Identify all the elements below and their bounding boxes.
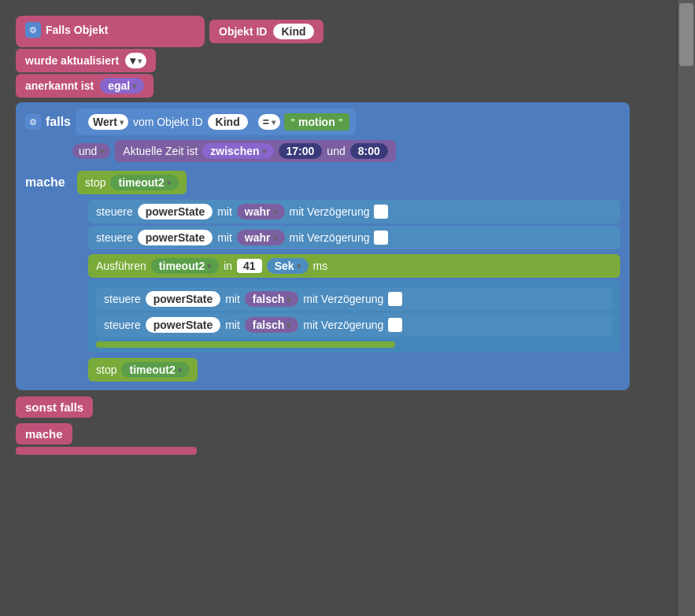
scrollbar-thumb[interactable] (679, 3, 693, 66)
timeout2-value1: timeout2 (118, 176, 164, 189)
scrollbar[interactable] (677, 0, 695, 616)
mache-label: mache (25, 175, 72, 190)
falsch-value-1: falsch (253, 293, 284, 305)
anerkannt-ist-label: anerkannt ist (25, 79, 94, 92)
steuere-label-1: steuere (96, 205, 133, 218)
mit-verzogerung-label-4: mit Verzögerung (303, 319, 383, 331)
sonst-falls-label: sonst falls (25, 400, 83, 414)
mit-label-1: mit (217, 205, 232, 218)
und-block: und (72, 143, 110, 159)
falsch-dropdown-2[interactable]: falsch (245, 317, 298, 333)
timeout2-value3: timeout2 (129, 363, 175, 376)
zwischen-value: zwischen (210, 145, 259, 157)
value-41[interactable]: 41 (237, 259, 262, 273)
steuere-label-4: steuere (104, 319, 141, 331)
steuere-label-2: steuere (96, 231, 133, 244)
mit-verzogerung-label-3: mit Verzögerung (303, 293, 383, 305)
pink-bottom-bar (16, 447, 197, 455)
powerstate-3[interactable]: powerState (146, 291, 220, 307)
time1-value: 17:00 (279, 143, 323, 159)
motion-value: motion (298, 116, 335, 128)
wahr-value-1: wahr (245, 205, 271, 218)
sek-dropdown[interactable]: Sek (267, 258, 309, 274)
steuere-falsch-1: steuere powerState mit falsch mit Verzög… (96, 287, 612, 311)
green-bar (96, 341, 395, 348)
verzogerung-checkbox-3[interactable] (388, 292, 402, 306)
steuere-wahr-1: steuere powerState mit wahr mit Verzöger… (88, 200, 620, 223)
powerstate-1[interactable]: powerState (138, 204, 213, 219)
egal-dropdown[interactable]: egal (100, 78, 144, 94)
wert-label: Wert (93, 116, 117, 128)
mit-label-3: mit (225, 293, 240, 305)
gear-icon: ⚙ (25, 22, 41, 38)
wurde-aktualisiert-dropdown[interactable]: ▾ (125, 53, 146, 68)
sonst-falls-row: sonst falls (16, 393, 661, 418)
mache-bottom-row: mache (16, 420, 661, 444)
stop-label: stop (85, 176, 105, 189)
powerstate-4[interactable]: powerState (146, 317, 220, 333)
wahr-dropdown-1[interactable]: wahr (237, 204, 285, 219)
mache-bottom-block: mache (16, 423, 72, 444)
time2-value: 8:00 (350, 143, 388, 159)
wert-dropdown[interactable]: Wert (88, 114, 128, 130)
und-dropdown[interactable] (100, 147, 104, 156)
steuere-falsch-2: steuere powerState mit falsch mit Verzög… (96, 313, 612, 337)
falls-objekt-label: Falls Objekt (46, 24, 108, 36)
verzogerung-checkbox-4[interactable] (388, 318, 402, 332)
wahr-dropdown-2[interactable]: wahr (237, 230, 285, 245)
in-label: in (224, 260, 232, 272)
falsch-value-2: falsch (253, 319, 284, 331)
ausfuhren-label: Ausführen (96, 260, 146, 272)
timeout2-dropdown3[interactable]: timeout2 (121, 362, 189, 378)
mache-bottom-label: mache (25, 427, 63, 441)
objekt-id-block: Objekt ID Kind (209, 20, 323, 43)
und2-label: und (327, 145, 345, 157)
vom-objekt-id-label: vom Objekt ID (133, 116, 203, 128)
verzogerung-checkbox-1[interactable] (374, 205, 388, 219)
verzogerung-checkbox-2[interactable] (374, 231, 388, 245)
powerstate-2[interactable]: powerState (138, 230, 213, 245)
aktuelle-zeit-label: Aktuelle Zeit ist (123, 145, 198, 157)
objekt-id-label: Objekt ID (219, 25, 267, 38)
zeit-block: Aktuelle Zeit ist zwischen 17:00 und 8:0… (115, 140, 395, 162)
ms-label: ms (313, 260, 328, 272)
timeout2-dropdown2[interactable]: timeout2 (151, 258, 219, 274)
und-label: und (79, 145, 97, 157)
egal-value: egal (108, 79, 130, 92)
falls-gear-icon: ⚙ (25, 114, 41, 130)
timeout2-value2: timeout2 (159, 260, 205, 272)
motion-string-block: " motion " (284, 113, 349, 131)
sonst-falls-block: sonst falls (16, 397, 93, 418)
stop-timeout2-block: stop timeout2 (77, 171, 187, 194)
steuere-wahr-2: steuere powerState mit wahr mit Verzöger… (88, 226, 620, 249)
wurde-aktualisiert-label: wurde aktualisiert (25, 54, 119, 67)
stop-timeout2-bottom: stop timeout2 (88, 358, 198, 382)
kind-condition-value[interactable]: Kind (208, 114, 248, 130)
inner-falsch-group: steuere powerState mit falsch mit Verzög… (88, 280, 620, 352)
falls-objekt-block: ⚙ Falls Objekt (16, 16, 205, 47)
anerkannt-ist-block: anerkannt ist egal (16, 74, 153, 98)
falsch-dropdown-1[interactable]: falsch (245, 291, 298, 307)
falls-main-block: ⚙ falls Wert vom Objekt ID Kind = (16, 102, 630, 390)
wahr-value-2: wahr (245, 231, 271, 244)
wurde-aktualisiert-block: wurde aktualisiert ▾ (16, 49, 156, 72)
falls-label: falls (46, 115, 71, 129)
mit-label-2: mit (217, 231, 232, 244)
condition-eq-block: Wert vom Objekt ID Kind = " motion " (76, 109, 356, 135)
ausfuhren-block: Ausführen timeout2 in 41 Sek ms (88, 254, 620, 278)
stop-label-2: stop (96, 363, 116, 376)
mit-verzogerung-label-2: mit Verzögerung (290, 231, 370, 244)
eq-value: = (263, 116, 269, 128)
zwischen-dropdown[interactable]: zwischen (202, 143, 273, 159)
mit-label-4: mit (225, 319, 240, 331)
timeout2-dropdown1[interactable]: timeout2 (110, 175, 178, 190)
mit-verzogerung-label-1: mit Verzögerung (290, 205, 370, 218)
wert-block: Wert vom Objekt ID Kind (82, 111, 254, 133)
steuere-label-3: steuere (104, 293, 141, 305)
kind-value[interactable]: Kind (273, 24, 313, 39)
eq-dropdown[interactable]: = (258, 114, 280, 130)
sek-value: Sek (275, 260, 294, 272)
